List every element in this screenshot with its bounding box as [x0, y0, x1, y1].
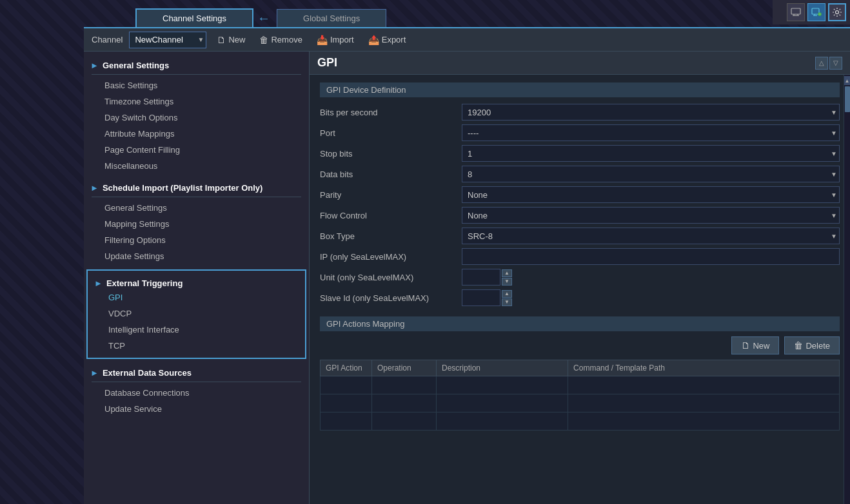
input-slave-id[interactable] — [462, 289, 500, 306]
sidebar-item-tcp[interactable]: TCP — [88, 338, 305, 354]
label-port: Port — [320, 128, 462, 138]
label-stop-bits: Stop bits — [320, 149, 462, 159]
sidebar-item-timezone[interactable]: Timezone Settings — [84, 93, 309, 110]
svg-rect-0 — [791, 8, 800, 14]
table-row — [321, 412, 840, 431]
field-stop-bits: Stop bits 1 1.5 2 ▼ — [320, 145, 840, 162]
channel-label: Channel — [92, 35, 123, 44]
label-unit: Unit (only SeaLevelMAX) — [320, 273, 462, 282]
table-row — [321, 394, 840, 412]
sidebar-item-miscellaneous[interactable]: Miscellaneous — [84, 158, 309, 174]
device-definition-section: GPI Device Definition Bits per second 19… — [320, 82, 840, 306]
input-unit[interactable] — [462, 269, 500, 286]
scrollbar-thumb[interactable] — [845, 86, 850, 112]
sidebar-item-update-service[interactable]: Update Service — [84, 401, 309, 417]
scroll-down-btn[interactable]: ▽ — [829, 57, 842, 70]
import-channel-button[interactable]: 📥 Import — [313, 34, 358, 46]
svg-point-8 — [836, 11, 839, 14]
trash-icon: 🗑 — [259, 35, 268, 45]
field-unit: Unit (only SeaLevelMAX) ▲ ▼ — [320, 269, 840, 286]
label-ip: IP (only SeaLevelMAX) — [320, 252, 462, 262]
new-channel-button[interactable]: 🗋 New — [213, 34, 249, 46]
sidebar-item-page-content[interactable]: Page Content Filling — [84, 142, 309, 158]
sidebar-section-schedule: ► Schedule Import (Playlist Importer Onl… — [84, 179, 309, 264]
channel-select[interactable]: NewChannel — [129, 32, 206, 48]
label-flow-control: Flow Control — [320, 211, 462, 220]
select-data-bits[interactable]: 8 7 6 5 — [462, 166, 840, 182]
gpi-actions-table: GPI Action Operation Description Command… — [320, 360, 840, 431]
col-description: Description — [437, 360, 568, 376]
field-parity: Parity None Odd Even Mark Space ▼ — [320, 186, 840, 203]
new-action-button[interactable]: 🗋 New — [731, 336, 779, 354]
sidebar-item-basic-settings[interactable]: Basic Settings — [84, 77, 309, 93]
sidebar-header-general: ► General Settings — [84, 57, 309, 72]
scroll-up-btn[interactable]: △ — [815, 57, 828, 70]
field-slave-id: Slave Id (only SeaLevelMAX) ▲ ▼ — [320, 289, 840, 306]
tab-global-settings[interactable]: Global Settings — [277, 9, 386, 27]
sidebar-item-general-settings[interactable]: General Settings — [84, 200, 309, 216]
sidebar-item-update-settings[interactable]: Update Settings — [84, 248, 309, 264]
field-ip: IP (only SeaLevelMAX) — [320, 248, 840, 265]
select-parity[interactable]: None Odd Even Mark Space — [462, 186, 840, 203]
label-parity: Parity — [320, 190, 462, 200]
select-stop-bits[interactable]: 1 1.5 2 — [462, 145, 840, 162]
export-icon: 📤 — [368, 35, 379, 45]
sidebar-item-mapping-settings[interactable]: Mapping Settings — [84, 216, 309, 232]
section-title-device: GPI Device Definition — [320, 82, 840, 97]
sidebar-header-schedule: ► Schedule Import (Playlist Importer Onl… — [84, 179, 309, 194]
gpi-actions-section: GPI Actions Mapping 🗋 New 🗑 Delete — [320, 316, 840, 431]
svg-rect-4 — [812, 8, 819, 14]
sidebar-item-attribute-mappings[interactable]: Attribute Mappings — [84, 126, 309, 142]
select-box-type[interactable]: SRC-8 SeaLevelMAX Other — [462, 228, 840, 244]
select-port[interactable]: ---- COM1 COM2 COM3 — [462, 124, 840, 141]
gear-icon[interactable] — [828, 3, 846, 21]
input-ip[interactable] — [462, 248, 840, 265]
select-flow-control[interactable]: None Hardware Software — [462, 207, 840, 224]
sidebar-item-database-connections[interactable]: Database Connections — [84, 385, 309, 401]
label-slave-id: Slave Id (only SeaLevelMAX) — [320, 293, 462, 303]
label-data-bits: Data bits — [320, 170, 462, 179]
delete-action-button[interactable]: 🗑 Delete — [784, 336, 840, 354]
sidebar-header-data-sources: ► External Data Sources — [84, 364, 309, 379]
remove-channel-button[interactable]: 🗑 Remove — [255, 34, 306, 46]
tab-arrow: ← — [257, 11, 270, 26]
sidebar-item-gpi[interactable]: GPI — [88, 289, 305, 305]
svg-point-5 — [818, 13, 822, 16]
new-icon: 🗋 — [217, 35, 226, 45]
scrollbar-up[interactable]: ▲ — [844, 76, 851, 85]
table-row — [321, 376, 840, 394]
section-title-actions: GPI Actions Mapping — [320, 316, 840, 331]
gpi-actions-tbody — [321, 376, 840, 431]
unit-up-btn[interactable]: ▲ — [502, 269, 512, 277]
col-command-path: Command / Template Path — [568, 360, 840, 376]
slaveid-up-btn[interactable]: ▲ — [502, 290, 512, 298]
col-operation: Operation — [372, 360, 437, 376]
field-bits-per-second: Bits per second 19200 9600 38400 57600 1… — [320, 104, 840, 121]
col-gpi-action: GPI Action — [321, 360, 372, 376]
display-settings-icon[interactable] — [807, 3, 825, 21]
export-channel-button[interactable]: 📤 Export — [364, 34, 410, 46]
sidebar-header-external: ► External Triggering — [88, 275, 305, 289]
field-box-type: Box Type SRC-8 SeaLevelMAX Other ▼ — [320, 228, 840, 244]
field-data-bits: Data bits 8 7 6 5 ▼ — [320, 166, 840, 182]
panel-title: GPI — [317, 56, 337, 70]
unit-down-btn[interactable]: ▼ — [502, 278, 512, 286]
sidebar-item-intelligent-interface[interactable]: Intelligent Interface — [88, 322, 305, 338]
field-port: Port ---- COM1 COM2 COM3 ▼ — [320, 124, 840, 141]
sidebar-item-day-switch[interactable]: Day Switch Options — [84, 110, 309, 126]
new-action-icon: 🗋 — [741, 340, 750, 351]
label-box-type: Box Type — [320, 231, 462, 241]
monitor-icon[interactable] — [787, 3, 805, 21]
sidebar-item-filtering-options[interactable]: Filtering Options — [84, 232, 309, 248]
sidebar-section-general: ► General Settings Basic Settings Timezo… — [84, 57, 309, 174]
slaveid-down-btn[interactable]: ▼ — [502, 298, 512, 306]
field-flow-control: Flow Control None Hardware Software ▼ — [320, 207, 840, 224]
select-bits-per-second[interactable]: 19200 9600 38400 57600 115200 — [462, 104, 840, 121]
label-bits-per-second: Bits per second — [320, 108, 462, 117]
sidebar-section-external-triggering: ► External Triggering GPI VDCP Intellige… — [86, 269, 306, 359]
delete-action-icon: 🗑 — [794, 340, 803, 351]
sidebar-item-vdcp[interactable]: VDCP — [88, 305, 305, 322]
tab-channel-settings[interactable]: Channel Settings — [135, 8, 253, 27]
sidebar-section-data-sources: ► External Data Sources Database Connect… — [84, 364, 309, 417]
import-icon: 📥 — [317, 35, 328, 45]
